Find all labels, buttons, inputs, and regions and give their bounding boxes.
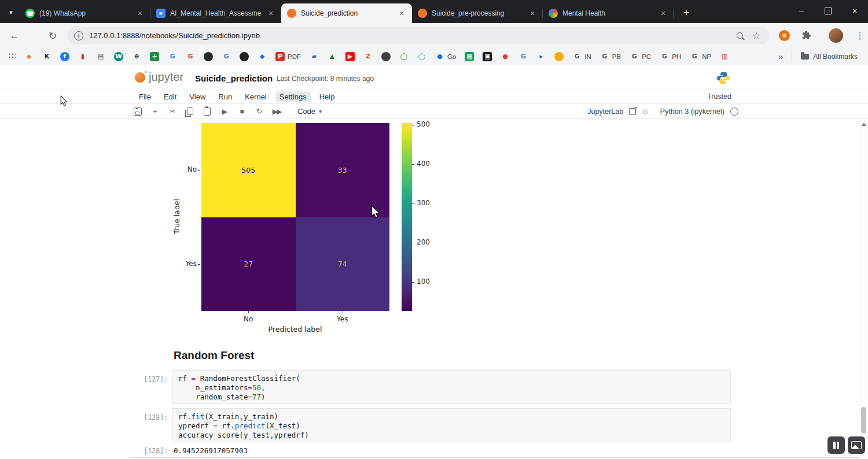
browser-tab[interactable]: Suicide_pre-processing× xyxy=(412,3,543,23)
bookmark-item[interactable]: ◯ xyxy=(399,52,409,61)
bookmark-item[interactable]: G xyxy=(186,52,195,61)
bookmark-favicon-icon: ▣ xyxy=(483,52,492,61)
browser-menu-button[interactable]: ⋮ xyxy=(853,28,867,42)
zoom-icon[interactable] xyxy=(737,32,743,39)
bookmark-item[interactable]: ▶ xyxy=(345,52,355,61)
bookmark-item[interactable]: GPC xyxy=(630,52,651,61)
browser-tab[interactable]: ☎(19) WhatsApp× xyxy=(20,3,150,23)
close-window-button[interactable]: × xyxy=(841,0,868,22)
external-link-icon[interactable] xyxy=(629,108,636,115)
bookmark-item[interactable] xyxy=(204,52,213,61)
jupyterlab-link[interactable]: JupyterLab xyxy=(587,108,623,116)
screenshot-button[interactable] xyxy=(848,436,865,454)
profile-avatar[interactable] xyxy=(829,28,843,43)
bookmarks-overflow-button[interactable]: » xyxy=(778,51,783,61)
bookmark-item[interactable]: GPH xyxy=(660,52,681,61)
bookmark-item[interactable]: f xyxy=(60,52,69,61)
back-button[interactable]: ← xyxy=(6,27,23,45)
bookmark-item[interactable]: PPDF xyxy=(275,52,301,61)
scrollbar-thumb[interactable] xyxy=(861,407,866,434)
bookmark-favicon-icon: ◯ xyxy=(417,52,426,61)
apps-grid-icon[interactable] xyxy=(8,53,16,60)
save-icon[interactable] xyxy=(133,107,142,116)
url-text[interactable]: 127.0.0.1:8888/notebooks/Suicide_predict… xyxy=(89,31,737,40)
menu-edit[interactable]: Edit xyxy=(160,91,181,102)
bookmark-item[interactable] xyxy=(554,52,564,61)
bookmark-item[interactable]: ⊕ xyxy=(132,52,141,61)
browser-tab[interactable]: Suicide_prediction× xyxy=(281,3,412,23)
restart-kernel-icon[interactable]: ↻ xyxy=(255,107,264,116)
bookmark-item[interactable]: GPB xyxy=(600,52,621,61)
tab-close-button[interactable]: × xyxy=(659,9,668,18)
y-tick-label: Yes xyxy=(172,260,197,268)
run-cell-icon[interactable]: ▶ xyxy=(220,107,229,116)
browser-tab[interactable]: Mental Health× xyxy=(543,3,674,23)
tab-close-button[interactable]: × xyxy=(135,9,145,18)
maximize-button[interactable] xyxy=(815,0,841,22)
bookmark-item[interactable]: GIN xyxy=(572,52,591,61)
run-all-icon[interactable]: ▶▶ xyxy=(272,107,281,116)
extensions-puzzle-icon[interactable] xyxy=(801,30,811,43)
bookmark-item[interactable]: ▦ xyxy=(465,52,474,61)
tab-search-button[interactable]: ▾ xyxy=(5,6,17,18)
menu-view[interactable]: View xyxy=(185,91,209,102)
scrollbar[interactable] xyxy=(859,119,868,459)
bookmark-item[interactable]: ▰ xyxy=(310,52,319,61)
bookmark-item[interactable]: GNP xyxy=(690,52,711,61)
menu-help[interactable]: Help xyxy=(315,91,339,102)
cut-cell-icon[interactable]: ✂ xyxy=(168,107,177,116)
bookmark-label: PC xyxy=(642,53,651,60)
tab-close-button[interactable]: × xyxy=(266,9,275,18)
copy-cell-icon[interactable] xyxy=(185,107,194,116)
address-bar[interactable]: 127.0.0.1:8888/notebooks/Suicide_predict… xyxy=(67,27,770,45)
cell-type-dropdown[interactable]: Code ▾ xyxy=(297,107,322,116)
jupyter-logo[interactable]: jupyter xyxy=(135,71,183,84)
bookmark-item[interactable] xyxy=(240,52,249,61)
menu-run[interactable]: Run xyxy=(214,91,236,102)
bookmark-item[interactable]: ◯ xyxy=(417,52,426,61)
bookmark-item[interactable]: ▥ xyxy=(720,52,729,61)
bookmark-item[interactable]: + xyxy=(150,52,159,61)
code-input[interactable]: rf = RandomForestClassifier( n_estimator… xyxy=(172,370,731,404)
menu-settings[interactable]: Settings xyxy=(275,91,311,102)
insert-cell-icon[interactable]: + xyxy=(150,107,160,116)
kernel-name[interactable]: Python 3 (ipykernel) xyxy=(660,108,724,116)
tick-mark xyxy=(248,311,249,313)
bookmark-item[interactable]: ▣ xyxy=(483,52,492,61)
menu-kernel[interactable]: Kernel xyxy=(241,91,271,102)
notebook-title[interactable]: Suicide_prediction xyxy=(195,73,273,83)
menu-file[interactable]: File xyxy=(135,91,155,102)
bookmark-item[interactable] xyxy=(381,52,391,61)
extension-icon[interactable] xyxy=(779,30,790,41)
bookmark-item[interactable]: ◆ xyxy=(258,52,267,61)
paste-cell-icon[interactable] xyxy=(203,107,212,116)
reload-button[interactable]: ↻ xyxy=(44,27,61,45)
minimize-button[interactable]: – xyxy=(788,0,815,22)
bookmark-item[interactable]: ▤ xyxy=(96,52,105,61)
tab-close-button[interactable]: × xyxy=(528,9,537,18)
site-info-icon[interactable] xyxy=(74,31,83,40)
bookmark-item[interactable]: ▲ xyxy=(328,52,337,61)
bookmark-item[interactable]: G xyxy=(222,52,231,61)
bookmark-item[interactable]: W xyxy=(114,52,123,61)
interrupt-kernel-icon[interactable]: ■ xyxy=(237,107,247,116)
tab-close-button[interactable]: × xyxy=(397,9,406,18)
new-tab-button[interactable]: + xyxy=(678,5,694,21)
bookmark-item[interactable]: G xyxy=(518,52,528,61)
bookmark-item[interactable]: ● xyxy=(501,52,510,61)
code-input[interactable]: rf.fit(X_train,y_train)ypredrf = rf.pred… xyxy=(172,408,731,442)
browser-tab[interactable]: ≡AI_Mental_Health_Assessment_× xyxy=(150,3,281,23)
bookmark-item[interactable]: ▮ xyxy=(78,52,87,61)
bookmark-item[interactable]: G xyxy=(168,52,177,61)
gear-icon[interactable]: ⚙ xyxy=(642,108,649,116)
bookmark-item[interactable]: ◈ xyxy=(24,52,34,61)
bookmark-star-icon[interactable]: ☆ xyxy=(752,30,760,41)
bookmark-item[interactable]: K xyxy=(42,52,52,61)
bookmark-item[interactable]: ▸ xyxy=(536,52,546,61)
bookmark-item[interactable]: ●Go xyxy=(435,52,456,61)
all-bookmarks-button[interactable]: All Bookmarks xyxy=(801,53,860,61)
pause-button[interactable] xyxy=(827,436,845,454)
trusted-status[interactable]: Trusted xyxy=(707,92,731,101)
bookmark-item[interactable]: Z xyxy=(363,52,373,61)
scrollbar-up-arrow-icon[interactable] xyxy=(862,123,866,126)
